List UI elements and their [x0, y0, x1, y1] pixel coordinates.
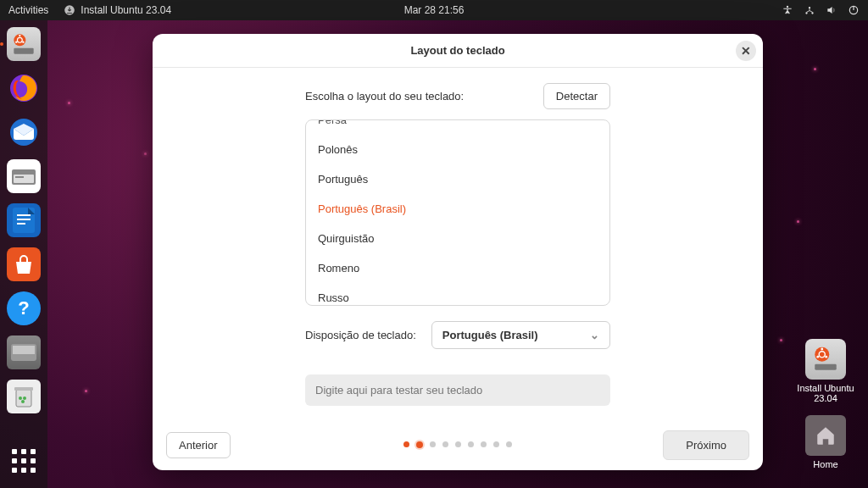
svg-point-4	[809, 7, 810, 8]
step-dot	[468, 441, 474, 447]
layout-option[interactable]: Polonês	[306, 135, 609, 164]
choose-layout-label: Escolha o layout do seu teclado:	[305, 90, 464, 103]
ubuntu-install-icon	[12, 32, 36, 56]
step-dot	[442, 441, 448, 447]
network-icon	[804, 4, 815, 16]
svg-point-32	[816, 356, 819, 358]
dock-app-thunderbird[interactable]	[7, 115, 41, 149]
accessibility-icon	[782, 4, 793, 16]
layout-option[interactable]: Português	[306, 164, 609, 194]
layout-option[interactable]: Russo	[306, 283, 609, 306]
svg-point-11	[22, 42, 24, 43]
step-dot	[416, 441, 423, 448]
ubuntu-install-icon	[811, 345, 840, 374]
chevron-down-icon: ⌄	[590, 329, 599, 341]
installer-window: Layout do teclado ✕ Escolha o layout do …	[153, 34, 763, 470]
power-icon	[848, 4, 860, 16]
step-dot	[481, 441, 487, 447]
top-app-title: Install Ubuntu 23.04	[81, 4, 171, 16]
desktop-icon-label: Home	[792, 459, 860, 469]
previous-button[interactable]: Anterior	[166, 432, 231, 458]
svg-rect-12	[14, 48, 33, 54]
desktop-icon-home[interactable]: Home	[792, 415, 860, 469]
svg-rect-16	[14, 175, 34, 183]
layout-option[interactable]: Quirguistão	[306, 224, 609, 253]
keyboard-variant-select[interactable]: Português (Brasil) ⌄	[431, 321, 610, 349]
svg-rect-21	[17, 223, 25, 225]
svg-point-31	[821, 348, 823, 351]
clock[interactable]: Mar 28 21:56	[404, 4, 465, 16]
svg-point-27	[23, 396, 26, 400]
next-button[interactable]: Próximo	[663, 430, 749, 460]
svg-point-1	[787, 6, 788, 8]
home-folder-icon	[815, 424, 837, 446]
dock-app-trash[interactable]	[7, 380, 41, 413]
layout-option[interactable]: Português (Brasil)	[306, 194, 609, 224]
svg-rect-23	[13, 346, 35, 354]
volume-drive-icon	[11, 344, 36, 361]
svg-point-10	[15, 42, 17, 43]
installer-body: Escolha o layout do seu teclado: Detecta…	[153, 68, 763, 419]
step-dot	[403, 441, 409, 447]
select-value: Português (Brasil)	[442, 329, 538, 341]
software-icon	[11, 252, 36, 277]
step-indicator	[403, 441, 512, 448]
svg-point-2	[805, 12, 807, 14]
trash-icon	[13, 385, 35, 408]
window-titlebar: Layout do teclado ✕	[153, 34, 763, 68]
help-icon: ?	[18, 297, 29, 319]
step-dot	[493, 441, 499, 447]
detect-button[interactable]: Detectar	[543, 83, 610, 109]
keyboard-test-input[interactable]	[305, 374, 610, 406]
keyboard-layout-list[interactable]: PersaPolonêsPortuguêsPortuguês (Brasil)Q…	[305, 119, 610, 306]
installer-footer: Anterior Próximo	[153, 419, 763, 470]
dock-app-software-center[interactable]	[7, 247, 41, 281]
step-dot	[506, 441, 512, 447]
system-tray[interactable]	[782, 4, 860, 16]
svg-rect-17	[15, 176, 24, 178]
step-dot	[455, 441, 461, 447]
disposition-label: Disposição de teclado:	[305, 329, 416, 341]
svg-rect-19	[17, 214, 31, 216]
top-app-menu[interactable]: Install Ubuntu 23.04	[64, 4, 171, 16]
svg-point-33	[825, 356, 827, 358]
volume-icon	[826, 4, 837, 16]
install-icon	[64, 4, 75, 16]
svg-point-28	[21, 400, 25, 403]
dock-app-help[interactable]: ?	[7, 291, 41, 325]
activities-button[interactable]: Activities	[8, 4, 48, 16]
thunderbird-icon	[8, 117, 39, 147]
window-title: Layout do teclado	[410, 44, 504, 57]
dock-app-files[interactable]	[7, 159, 41, 193]
layout-option[interactable]: Persa	[306, 119, 609, 135]
svg-rect-20	[17, 219, 31, 220]
step-dot	[430, 441, 436, 447]
close-icon: ✕	[741, 44, 751, 58]
svg-point-26	[19, 396, 22, 400]
files-icon	[12, 166, 36, 186]
desktop-icon-label: Install Ubuntu 23.04	[792, 383, 860, 403]
dock-app-firefox[interactable]	[7, 71, 41, 105]
svg-rect-34	[815, 364, 837, 370]
window-close-button[interactable]: ✕	[736, 41, 756, 61]
dock: ?	[0, 20, 47, 488]
desktop-icon-install-ubuntu[interactable]: Install Ubuntu 23.04	[792, 339, 860, 403]
svg-point-3	[811, 12, 813, 14]
dock-app-install-ubuntu[interactable]	[7, 27, 41, 61]
writer-icon	[13, 208, 35, 233]
svg-point-9	[19, 35, 20, 36]
layout-option[interactable]: Romeno	[306, 253, 609, 283]
dock-app-libreoffice-writer[interactable]	[7, 203, 41, 237]
dock-app-removable-volume[interactable]	[7, 336, 41, 369]
show-applications-button[interactable]	[7, 444, 41, 478]
firefox-icon	[8, 73, 39, 103]
svg-rect-25	[14, 387, 33, 391]
top-panel: Activities Install Ubuntu 23.04 Mar 28 2…	[0, 0, 868, 20]
